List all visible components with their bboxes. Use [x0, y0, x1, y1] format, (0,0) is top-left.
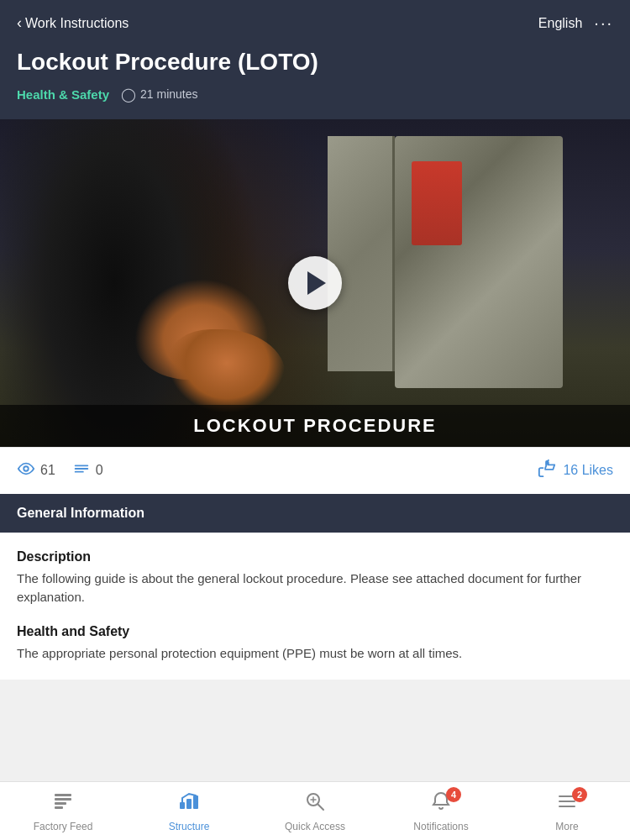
structure-label: Structure: [169, 821, 210, 832]
back-chevron-icon: ‹: [17, 14, 22, 32]
play-button[interactable]: [288, 256, 342, 310]
health-safety-text: The appropriate personal protection equi…: [17, 644, 613, 664]
duration-label: 21 minutes: [140, 87, 197, 101]
more-options-button[interactable]: ···: [594, 13, 613, 33]
description-text: The following guide is about the general…: [17, 570, 613, 607]
more-badge: 2: [572, 787, 587, 802]
factory-feed-label: Factory Feed: [34, 821, 93, 832]
comments-icon: [72, 459, 91, 482]
stats-row: 61 0 16 Likes: [0, 447, 630, 494]
notifications-badge: 4: [446, 787, 461, 802]
machinery-door: [328, 136, 395, 371]
machinery-panel: [395, 136, 563, 388]
svg-rect-9: [186, 799, 192, 809]
health-safety-block: Health and Safety The appropriate person…: [17, 624, 613, 664]
content-card: Description The following guide is about…: [0, 533, 630, 680]
svg-rect-6: [55, 802, 66, 805]
factory-feed-icon: [52, 790, 74, 817]
likes-stat[interactable]: 16 Likes: [538, 459, 613, 482]
quick-access-icon: [304, 790, 326, 817]
nav-quick-access[interactable]: Quick Access: [252, 782, 378, 840]
comments-stat: 0: [72, 459, 103, 482]
section-title: General Information: [17, 506, 144, 520]
duration-badge: ◯ 21 minutes: [121, 87, 197, 102]
notifications-label: Notifications: [413, 821, 468, 832]
eye-icon: [17, 459, 35, 482]
views-count: 61: [40, 463, 55, 478]
svg-rect-4: [55, 794, 71, 796]
meta-row: Health & Safety ◯ 21 minutes: [17, 87, 613, 102]
svg-rect-7: [55, 806, 63, 809]
quick-access-label: Quick Access: [285, 821, 345, 832]
language-label[interactable]: English: [538, 16, 582, 31]
page-title: Lockout Procedure (LOTO): [17, 48, 613, 76]
svg-rect-8: [180, 802, 185, 809]
machinery-graphic: [328, 136, 563, 405]
svg-rect-5: [55, 798, 71, 801]
header-nav: ‹ Work Instructions English ···: [17, 13, 613, 33]
header-right: English ···: [538, 13, 613, 33]
thumbs-up-icon: [538, 459, 556, 482]
likes-count: 16 Likes: [563, 463, 613, 478]
nav-factory-feed[interactable]: Factory Feed: [0, 782, 126, 840]
nav-more[interactable]: 2 More: [504, 782, 630, 840]
video-thumbnail[interactable]: LOCKOUT PROCEDURE: [0, 119, 630, 447]
nav-notifications[interactable]: 4 Notifications: [378, 782, 504, 840]
svg-point-0: [24, 466, 29, 471]
views-stat: 61: [17, 459, 55, 482]
comments-count: 0: [96, 463, 103, 478]
health-safety-title: Health and Safety: [17, 624, 613, 639]
section-header: General Information: [0, 494, 630, 533]
bottom-nav: Factory Feed Structure Quick Access: [0, 781, 630, 840]
clock-icon: ◯: [121, 87, 136, 102]
nav-structure[interactable]: Structure: [126, 782, 252, 840]
video-label: LOCKOUT PROCEDURE: [0, 405, 630, 447]
description-title: Description: [17, 549, 613, 564]
category-tag[interactable]: Health & Safety: [17, 87, 109, 102]
more-label: More: [555, 821, 578, 832]
page-header: ‹ Work Instructions English ··· Lockout …: [0, 0, 630, 119]
back-button[interactable]: ‹ Work Instructions: [17, 14, 129, 32]
play-icon: [307, 271, 326, 295]
description-block: Description The following guide is about…: [17, 549, 613, 607]
bottom-spacer: [0, 680, 630, 747]
svg-line-12: [318, 804, 324, 810]
back-label: Work Instructions: [25, 16, 129, 31]
svg-rect-10: [193, 795, 198, 809]
video-container: LOCKOUT PROCEDURE 61 0: [0, 119, 630, 494]
structure-icon: [178, 790, 200, 817]
